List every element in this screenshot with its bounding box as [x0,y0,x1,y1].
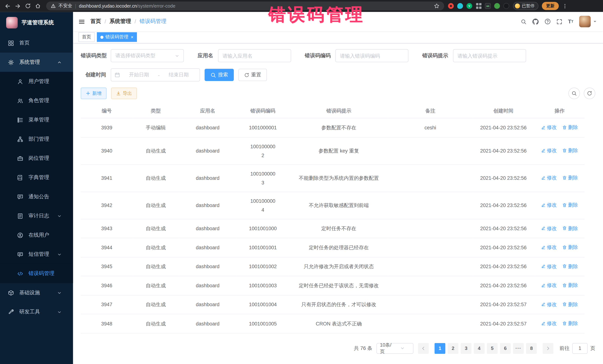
breadcrumb: 首页/系统管理/错误码管理 [90,18,166,25]
tab-error-code[interactable]: 错误码管理× [97,32,137,42]
reset-button[interactable]: 重置 [238,69,267,81]
breadcrumb-item[interactable]: 系统管理 [109,18,131,25]
export-button[interactable]: 导出 [111,88,137,99]
app-name-input[interactable] [218,49,291,62]
edit-link[interactable]: 修改 [541,146,557,155]
goto-page-input[interactable] [572,343,588,354]
cell-actions: 修改删除 [534,295,584,314]
tab-home[interactable]: 首页 [79,32,95,42]
delete-link[interactable]: 删除 [562,200,578,210]
edit-link[interactable]: 修改 [541,243,557,252]
pagination-more[interactable]: ··· [513,343,524,354]
extension-red-icon[interactable] [448,3,454,9]
page-size-select[interactable]: 10条/页 [376,343,413,354]
browser-menu-dots-icon[interactable] [562,3,568,9]
sidebar-item-menu[interactable]: 菜单管理 [0,110,73,130]
page-button-6[interactable]: 6 [500,343,511,354]
sidebar-item-notice[interactable]: 通知公告 [0,187,73,206]
next-page-icon[interactable] [543,343,554,354]
browser-forward-icon[interactable] [13,1,22,11]
hamburger-icon[interactable] [79,18,85,25]
breadcrumb-item: 错误码管理 [139,18,166,25]
toggle-search-icon[interactable] [568,88,580,99]
cell-remark [388,314,472,333]
cell-code: 1001000003 [237,164,289,192]
prev-page-icon[interactable] [418,343,429,354]
edit-link[interactable]: 修改 [541,123,557,132]
github-icon[interactable] [532,18,539,25]
edit-link[interactable]: 修改 [541,300,557,309]
error-msg-input[interactable] [453,49,526,62]
sms-icon [17,252,23,257]
fullscreen-icon[interactable] [557,19,562,24]
extension-green-v-icon[interactable]: V [466,3,472,9]
add-button[interactable]: 新增 [81,88,106,99]
edit-link[interactable]: 修改 [541,224,557,232]
edit-link[interactable]: 修改 [541,173,557,182]
search-icon [210,72,216,78]
sidebar-item-post[interactable]: 岗位管理 [0,149,73,168]
page-button-3[interactable]: 3 [461,343,471,354]
sidebar-item-system[interactable]: 系统管理 [0,53,73,72]
user-menu[interactable] [579,16,597,27]
edit-link[interactable]: 修改 [541,262,557,271]
cell-app: dashboard [179,219,237,238]
browser-reload-icon[interactable] [23,1,32,11]
delete-link[interactable]: 删除 [562,173,578,182]
extension-grid-icon[interactable] [476,3,481,9]
edit-link[interactable]: 修改 [541,281,557,290]
delete-link[interactable]: 删除 [562,262,578,271]
address-bar[interactable]: 不安全 | dashboard.yudao.iocoder.cn/system/… [46,1,444,10]
url-host: dashboard.yudao.iocoder.cn [79,3,137,9]
sidebar-item-infra[interactable]: 基础设施 [0,283,73,302]
date-range-picker[interactable]: 开始日期 - 结束日期 [111,68,200,81]
edit-link[interactable]: 修改 [541,319,557,328]
filter-row-2: 创建时间 开始日期 - 结束日期 搜索 重置 [81,68,595,81]
search-button[interactable]: 搜索 [205,69,234,81]
delete-link[interactable]: 删除 [562,224,578,232]
page-button-2[interactable]: 2 [448,343,458,354]
extension-green-icon[interactable] [494,3,500,9]
sidebar-item-error-code[interactable]: 错误码管理 [0,264,73,283]
export-button-label: 导出 [123,90,132,97]
sidebar-item-audit-log[interactable]: 审计日志 [0,206,73,226]
refresh-table-icon[interactable] [584,88,595,99]
close-icon[interactable]: × [131,35,134,39]
chevron-down-icon [175,54,179,58]
page-button-5[interactable]: 5 [487,343,498,354]
sidebar-item-dev-tools[interactable]: 研发工具 [0,302,73,321]
fontsize-icon[interactable]: TT [568,19,573,24]
sidebar-item-user[interactable]: 用户管理 [0,72,73,91]
extension-teal-icon[interactable] [457,3,463,9]
profile-paused-badge[interactable]: 已暂停 [513,2,538,10]
delete-link[interactable]: 删除 [562,319,578,328]
sidebar-item-dept[interactable]: 部门管理 [0,129,73,149]
sidebar-item-sms[interactable]: 短信管理 [0,245,73,264]
delete-link[interactable]: 删除 [562,243,578,252]
app-logo[interactable]: 芋道管理系统 [0,12,73,33]
browser-back-icon[interactable] [3,1,12,11]
breadcrumb-item[interactable]: 首页 [90,18,101,25]
delete-link[interactable]: 删除 [562,146,578,155]
browser-home-icon[interactable] [33,1,42,11]
question-icon[interactable] [545,18,551,24]
page-button-8[interactable]: 8 [526,343,537,354]
page-button-4[interactable]: 4 [474,343,485,354]
sidebar-item-home[interactable]: 首页 [0,33,73,53]
delete-link[interactable]: 删除 [562,123,578,132]
delete-link[interactable]: 删除 [562,281,578,290]
user-icon [17,78,23,84]
extension-on-badge-icon[interactable]: on [485,3,491,9]
sidebar-item-role[interactable]: 角色管理 [0,91,73,110]
edit-link[interactable]: 修改 [541,200,557,210]
extension-dark-icon[interactable] [503,3,509,9]
page-button-1[interactable]: 1 [435,343,445,354]
bookmark-star-icon[interactable] [434,3,440,9]
search-icon[interactable] [521,19,526,24]
error-type-select[interactable]: 请选择错误码类型 [111,49,184,62]
delete-link[interactable]: 删除 [562,300,578,309]
error-code-input[interactable] [335,49,408,62]
sidebar-item-online-user[interactable]: 在线用户 [0,226,73,245]
sidebar-item-dict[interactable]: 字典管理 [0,168,73,187]
browser-update-button[interactable]: 更新 [542,2,559,10]
